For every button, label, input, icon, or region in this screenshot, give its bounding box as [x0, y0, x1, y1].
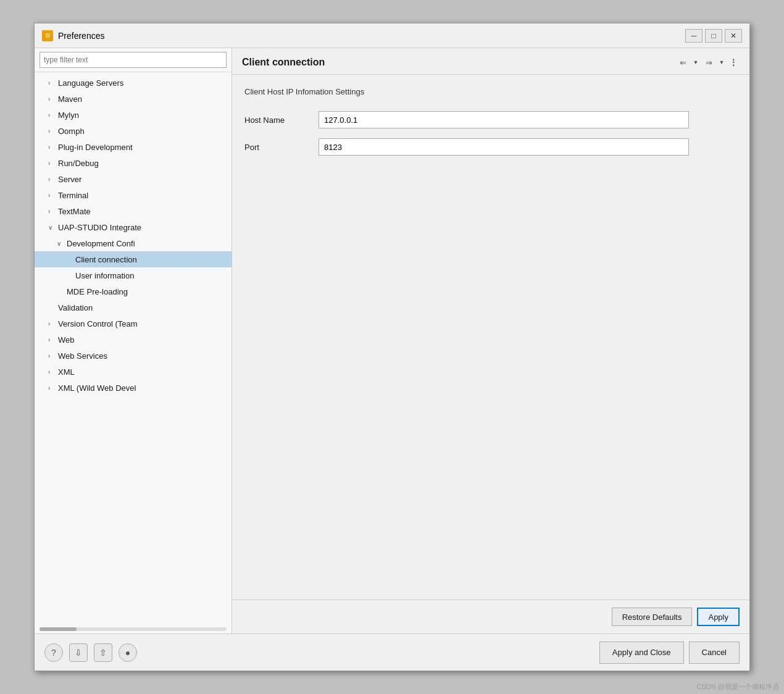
- tree-label-user-information: User information: [75, 271, 227, 280]
- export-button[interactable]: ⇧: [94, 643, 112, 662]
- cancel-button[interactable]: Cancel: [689, 642, 740, 664]
- tree-label-uap-studio: UAP-STUDIO Integrate: [58, 223, 227, 232]
- tree-arrow-web: ›: [48, 337, 57, 343]
- tree-label-mde-preloading: MDE Pre-loading: [67, 287, 227, 296]
- back-button[interactable]: ⇐: [675, 56, 690, 69]
- panel-footer: Restore Defaults Apply: [232, 600, 749, 633]
- restore-defaults-button[interactable]: Restore Defaults: [612, 608, 693, 626]
- tree-arrow-run-debug: ›: [48, 160, 57, 167]
- tree-arrow-plugin-development: ›: [48, 144, 57, 151]
- tree-label-web: Web: [58, 335, 227, 345]
- tree-arrow-textmate: ›: [48, 208, 57, 215]
- tree-label-version-control: Version Control (Team: [58, 319, 227, 328]
- close-button[interactable]: ✕: [725, 29, 742, 43]
- tree-item-dev-config[interactable]: ∨Development Confi: [35, 235, 231, 251]
- tree-item-server[interactable]: ›Server: [35, 171, 231, 187]
- tree-arrow-xml-wild: ›: [48, 385, 57, 391]
- forward-dropdown[interactable]: ▼: [717, 56, 726, 69]
- tree-label-run-debug: Run/Debug: [58, 159, 227, 168]
- bottom-bar: ? ⇩ ⇧ ● Apply and Close Cancel: [35, 633, 749, 671]
- tree-arrow-version-control: ›: [48, 320, 57, 327]
- tree-label-maven: Maven: [58, 94, 227, 104]
- bottom-right-controls: Apply and Close Cancel: [599, 642, 740, 664]
- tree-area[interactable]: ›Language Servers›Maven›Mylyn›Oomph›Plug…: [35, 72, 231, 625]
- import-icon: ⇩: [75, 648, 82, 658]
- tree-item-user-information[interactable]: User information: [35, 267, 231, 283]
- tree-arrow-maven: ›: [48, 96, 57, 102]
- tree-item-web[interactable]: ›Web: [35, 332, 231, 348]
- bottom-left-controls: ? ⇩ ⇧ ●: [44, 643, 137, 662]
- tree-label-client-connection: Client connection: [75, 255, 227, 264]
- panel-title: Client connection: [242, 57, 325, 68]
- settings-button[interactable]: ●: [119, 643, 137, 662]
- export-icon: ⇧: [99, 648, 107, 658]
- tree-item-client-connection[interactable]: Client connection: [35, 251, 231, 267]
- import-button[interactable]: ⇩: [69, 643, 88, 662]
- apply-close-button[interactable]: Apply and Close: [599, 642, 684, 664]
- tree-arrow-server: ›: [48, 176, 57, 183]
- port-input[interactable]: [319, 138, 689, 156]
- scrollbar-thumb: [40, 627, 77, 631]
- section-subtitle: Client Host IP Infomation Settings: [244, 87, 737, 96]
- main-content: ›Language Servers›Maven›Mylyn›Oomph›Plug…: [35, 48, 749, 633]
- preferences-dialog: ⚙ Preferences ─ □ ✕ ›Language Servers›Ma…: [34, 23, 750, 671]
- tree-arrow-uap-studio: ∨: [48, 224, 57, 231]
- tree-label-xml: XML: [58, 367, 227, 377]
- filter-input[interactable]: [40, 52, 227, 68]
- title-bar: ⚙ Preferences ─ □ ✕: [35, 23, 749, 48]
- right-panel: Client connection ⇐ ▼ ⇒ ▼ ⋮ Client Host …: [232, 48, 749, 633]
- tree-item-terminal[interactable]: ›Terminal: [35, 187, 231, 203]
- help-button[interactable]: ?: [44, 643, 63, 662]
- scrollbar-track: [40, 627, 227, 631]
- panel-header: Client connection ⇐ ▼ ⇒ ▼ ⋮: [232, 48, 749, 75]
- apply-button[interactable]: Apply: [697, 608, 740, 626]
- tree-arrow-oomph: ›: [48, 128, 57, 135]
- tree-arrow-web-services: ›: [48, 353, 57, 359]
- tree-label-xml-wild: XML (Wild Web Devel: [58, 383, 227, 393]
- dialog-title: Preferences: [58, 31, 685, 41]
- tree-label-language-servers: Language Servers: [58, 78, 227, 88]
- tree-item-xml[interactable]: ›XML: [35, 364, 231, 380]
- back-dropdown[interactable]: ▼: [691, 56, 700, 69]
- tree-item-textmate[interactable]: ›TextMate: [35, 203, 231, 219]
- tree-item-version-control[interactable]: ›Version Control (Team: [35, 316, 231, 332]
- tree-item-mylyn[interactable]: ›Mylyn: [35, 107, 231, 123]
- tree-label-terminal: Terminal: [58, 191, 227, 200]
- tree-label-server: Server: [58, 175, 227, 184]
- tree-arrow-xml: ›: [48, 369, 57, 375]
- app-icon: ⚙: [42, 30, 53, 41]
- host-name-row: Host Name: [244, 111, 737, 128]
- tree-label-plugin-development: Plug-in Development: [58, 143, 227, 152]
- tree-arrow-terminal: ›: [48, 192, 57, 199]
- more-button[interactable]: ⋮: [727, 56, 740, 69]
- tree-arrow-language-servers: ›: [48, 80, 57, 86]
- settings-icon: ●: [125, 648, 130, 658]
- tree-item-oomph[interactable]: ›Oomph: [35, 123, 231, 139]
- tree-label-dev-config: Development Confi: [67, 239, 227, 248]
- tree-item-validation[interactable]: Validation: [35, 299, 231, 316]
- host-name-input[interactable]: [319, 111, 689, 128]
- watermark: CSDN @我是一个假程序员: [697, 682, 779, 692]
- tree-label-oomph: Oomph: [58, 127, 227, 136]
- tree-label-web-services: Web Services: [58, 351, 227, 361]
- tree-item-maven[interactable]: ›Maven: [35, 91, 231, 107]
- panel-body: Client Host IP Infomation Settings Host …: [232, 75, 749, 600]
- tree-arrow-mylyn: ›: [48, 112, 57, 119]
- port-label: Port: [244, 143, 319, 152]
- tree-item-language-servers[interactable]: ›Language Servers: [35, 75, 231, 91]
- tree-item-plugin-development[interactable]: ›Plug-in Development: [35, 139, 231, 155]
- port-row: Port: [244, 138, 737, 156]
- maximize-button[interactable]: □: [705, 29, 722, 43]
- host-label: Host Name: [244, 115, 319, 125]
- left-panel: ›Language Servers›Maven›Mylyn›Oomph›Plug…: [35, 48, 232, 633]
- tree-label-mylyn: Mylyn: [58, 111, 227, 120]
- tree-item-mde-preloading[interactable]: MDE Pre-loading: [35, 283, 231, 299]
- minimize-button[interactable]: ─: [685, 29, 703, 43]
- nav-controls: ⇐ ▼ ⇒ ▼ ⋮: [675, 56, 740, 69]
- tree-item-uap-studio[interactable]: ∨UAP-STUDIO Integrate: [35, 219, 231, 235]
- forward-button[interactable]: ⇒: [701, 56, 716, 69]
- tree-item-run-debug[interactable]: ›Run/Debug: [35, 155, 231, 171]
- tree-arrow-dev-config: ∨: [57, 240, 65, 247]
- tree-item-xml-wild[interactable]: ›XML (Wild Web Devel: [35, 380, 231, 396]
- tree-item-web-services[interactable]: ›Web Services: [35, 348, 231, 364]
